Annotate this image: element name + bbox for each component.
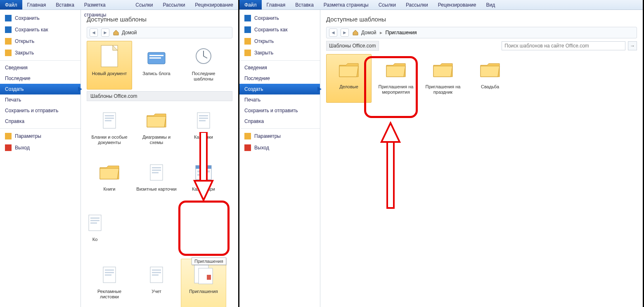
nav-save-as-label-r: Сохранить как xyxy=(254,27,287,33)
tile-flyers[interactable]: Рекламные листовки xyxy=(87,259,132,307)
nav-separator-2-r xyxy=(239,128,320,129)
tile-blank-document[interactable]: Новый документ xyxy=(87,41,132,90)
tile-event[interactable]: Приглашения на мероприятия xyxy=(373,54,419,103)
tab-references[interactable]: Ссылки xyxy=(130,0,158,9)
tile-cards[interactable]: Карточки xyxy=(181,104,226,153)
nav-open[interactable]: Открыть xyxy=(0,35,80,47)
breadcrumb-home[interactable]: Домой xyxy=(113,29,137,36)
svg-rect-33 xyxy=(105,274,111,276)
nav-options-label-r: Параметры xyxy=(254,133,281,139)
svg-rect-40 xyxy=(207,275,211,280)
exit-icon xyxy=(5,144,12,151)
nav-close-r[interactable]: Закрыть xyxy=(239,47,320,59)
nav-options[interactable]: Параметры xyxy=(0,130,80,142)
tile-wedding[interactable]: Свадьба xyxy=(467,54,513,103)
nav-recent[interactable]: Последние xyxy=(0,73,80,84)
tile-ko-label: Ко xyxy=(92,237,98,242)
tile-accounting[interactable]: Учет xyxy=(134,259,179,307)
tab-pagelayout[interactable]: Разметка страницы xyxy=(79,0,130,9)
tile-cards-label: Карточки xyxy=(194,135,213,140)
breadcrumb-home-r[interactable]: Домой xyxy=(352,29,376,36)
nav-help-r[interactable]: Справка xyxy=(239,116,320,127)
nav-print-r[interactable]: Печать xyxy=(239,94,320,105)
tab-insert[interactable]: Вставка xyxy=(51,0,79,9)
template-search-input[interactable] xyxy=(502,41,625,50)
tile-ko[interactable]: Ко xyxy=(87,207,103,255)
nav-new-r[interactable]: Создать xyxy=(239,84,320,94)
nav-close[interactable]: Закрыть xyxy=(0,47,80,59)
template-search-go[interactable]: → xyxy=(628,41,637,50)
tile-books-label: Книги xyxy=(104,187,116,192)
nav-separator-r xyxy=(239,60,320,61)
nav-share[interactable]: Сохранить и отправить xyxy=(0,105,80,116)
tab-review-r[interactable]: Рецензирование xyxy=(433,0,481,9)
nav-save-as[interactable]: Сохранить как xyxy=(0,24,80,35)
nav-recent-label-r: Последние xyxy=(244,76,270,81)
nav-back-button-r[interactable]: ◄ xyxy=(329,28,337,37)
invitation-categories-grid: ДеловыеПриглашения на мероприятияПриглаш… xyxy=(326,54,637,103)
svg-rect-16 xyxy=(152,172,159,173)
nav-help[interactable]: Справка xyxy=(0,116,80,127)
breadcrumb-current[interactable]: Приглашения xyxy=(386,30,417,35)
tile-holiday[interactable]: Приглашения на праздник xyxy=(420,54,466,103)
recent-templates-icon xyxy=(191,44,216,68)
tab-insert-r[interactable]: Вставка xyxy=(290,0,319,9)
tile-diagrams[interactable]: Диаграммы и схемы xyxy=(134,104,179,153)
svg-rect-31 xyxy=(105,269,114,271)
svg-rect-37 xyxy=(152,274,159,276)
tab-review[interactable]: Рецензирование xyxy=(190,0,238,9)
tile-forms[interactable]: Бланки и особые документы xyxy=(87,104,132,153)
nav-recent-r[interactable]: Последние xyxy=(239,73,320,84)
templates-title-right: Доступные шаблоны xyxy=(326,16,637,23)
tab-mailings-r[interactable]: Рассылки xyxy=(401,0,433,9)
nav-share-label: Сохранить и отправить xyxy=(5,108,59,113)
exit-icon xyxy=(244,144,251,151)
nav-print[interactable]: Печать xyxy=(0,94,80,105)
office-templates-grid: Бланки и особые документыДиаграммы и схе… xyxy=(87,104,232,307)
tile-invitations[interactable]: Приглашения xyxy=(181,259,226,307)
tab-view-r[interactable]: Вид xyxy=(481,0,500,9)
nav-save[interactable]: Сохранить xyxy=(0,12,80,24)
folder-icon xyxy=(144,107,169,132)
nav-exit[interactable]: Выход xyxy=(0,142,80,154)
tile-diagrams-label: Диаграммы и схемы xyxy=(136,135,177,145)
tab-mailings[interactable]: Рассылки xyxy=(158,0,190,9)
tile-bizcards[interactable]: Визитные карточки xyxy=(134,156,179,205)
folder-icon xyxy=(97,159,122,184)
nav-forward-button[interactable]: ► xyxy=(101,28,109,37)
save-as-icon xyxy=(5,26,12,33)
section-office-templates-r: Шаблоны Office.com xyxy=(326,41,379,51)
tab-file-r[interactable]: Файл xyxy=(239,0,262,9)
nav-save-r[interactable]: Сохранить xyxy=(239,12,320,24)
tile-business[interactable]: Деловые xyxy=(326,54,372,103)
nav-print-label-r: Печать xyxy=(244,97,260,103)
svg-rect-28 xyxy=(90,220,99,221)
nav-new[interactable]: Создать xyxy=(0,84,80,94)
nav-open-r[interactable]: Открыть xyxy=(239,35,320,47)
nav-exit-r[interactable]: Выход xyxy=(239,142,320,154)
tab-references-r[interactable]: Ссылки xyxy=(374,0,401,9)
tile-wedding-label: Свадьба xyxy=(481,84,499,90)
tab-home[interactable]: Главная xyxy=(22,0,51,9)
tile-holiday-label: Приглашения на праздник xyxy=(422,84,464,94)
svg-rect-12 xyxy=(199,120,206,121)
tooltip-invitations: Приглашения xyxy=(192,257,226,265)
nav-info-r[interactable]: Сведения xyxy=(239,62,320,73)
nav-save-as-r[interactable]: Сохранить как xyxy=(239,24,320,35)
svg-rect-7 xyxy=(105,118,114,119)
nav-info[interactable]: Сведения xyxy=(0,62,80,73)
nav-options-r[interactable]: Параметры xyxy=(239,130,320,142)
blank-document-icon xyxy=(97,44,122,68)
breadcrumb-bar-left: ◄ ► Домой xyxy=(87,27,232,38)
tile-flyers-label: Рекламные листовки xyxy=(89,289,130,299)
tile-books[interactable]: Книги xyxy=(87,156,132,205)
nav-share-r[interactable]: Сохранить и отправить xyxy=(239,105,320,116)
tile-calendars[interactable]: Календари xyxy=(181,156,226,205)
tile-blog-post[interactable]: Запись блога xyxy=(134,41,179,90)
nav-back-button[interactable]: ◄ xyxy=(90,28,98,37)
tab-file[interactable]: Файл xyxy=(0,0,22,9)
tab-pagelayout-r[interactable]: Разметка страницы xyxy=(319,0,374,9)
tab-home-r[interactable]: Главная xyxy=(262,0,291,9)
tile-recent-templates[interactable]: Последние шаблоны xyxy=(181,41,226,90)
nav-forward-button-r[interactable]: ► xyxy=(341,28,349,37)
